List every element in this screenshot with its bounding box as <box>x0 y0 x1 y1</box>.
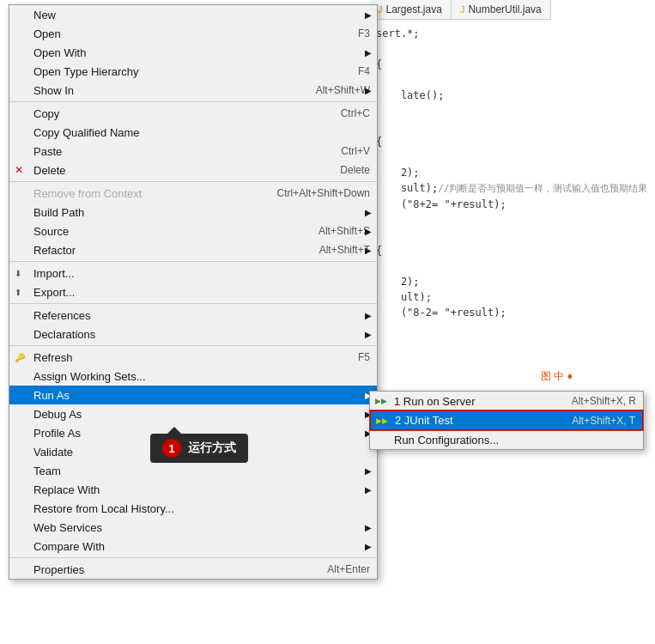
menu-item-run-as[interactable]: Run As ▶ <box>9 386 377 404</box>
key-icon: 🔑 <box>15 353 25 362</box>
menu-item-declarations[interactable]: Declarations ▶ <box>9 325 377 343</box>
code-line-14 <box>376 228 648 243</box>
menu-shortcut-open-type-hierarchy: F4 <box>358 65 370 77</box>
menu-label-open: Open <box>33 27 341 40</box>
menu-item-remove-from-context: Remove from Context Ctrl+Alt+Shift+Down <box>9 184 377 203</box>
code-line-18: ult); <box>376 289 648 305</box>
menu-item-refresh[interactable]: 🔑 Refresh F5 <box>9 348 377 367</box>
tab-numberutil-label: NumberUtil.java <box>468 3 541 15</box>
menu-label-replace-with: Replace With <box>33 483 370 496</box>
code-line-9 <box>376 149 648 165</box>
code-line-13 <box>376 212 648 228</box>
menu-item-restore-from-local-history[interactable]: Restore from Local History... <box>9 499 377 518</box>
menu-arrow-open-with: ▶ <box>365 48 372 58</box>
submenu-shortcut-junit-test: Alt+Shift+X, T <box>572 415 635 427</box>
menu-item-new[interactable]: New ▶ <box>9 5 377 24</box>
menu-label-refresh: Refresh <box>33 351 341 364</box>
menu-item-debug-as[interactable]: Debug As ▶ <box>9 404 377 423</box>
tooltip-bubble: 1 运行方式 <box>150 434 248 463</box>
menu-shortcut-remove-from-context: Ctrl+Alt+Shift+Down <box>277 187 370 199</box>
tab-largest-java[interactable]: J Largest.java <box>369 0 452 19</box>
menu-item-import[interactable]: ⬇ Import... <box>9 264 377 283</box>
menu-label-paste: Paste <box>33 145 324 158</box>
menu-label-export: Export... <box>33 286 370 299</box>
submenu-label-run-configurations: Run Configurations... <box>394 434 636 447</box>
menu-arrow-web-services: ▶ <box>365 523 372 532</box>
menu-label-assign-working-sets: Assign Working Sets... <box>33 370 370 383</box>
menu-item-open[interactable]: Open F3 <box>9 24 377 43</box>
menu-item-copy-qualified-name[interactable]: Copy Qualified Name <box>9 123 377 142</box>
code-line-20 <box>376 320 648 336</box>
delete-icon: ✕ <box>15 164 23 176</box>
menu-item-compare-with[interactable]: Compare With ▶ <box>9 537 377 556</box>
menu-shortcut-properties: Alt+Enter <box>327 563 370 575</box>
code-line-8: { <box>376 134 648 149</box>
separator-3 <box>9 261 377 262</box>
menu-arrow-refactor: ▶ <box>365 246 372 255</box>
menu-arrow-declarations: ▶ <box>365 330 372 339</box>
java-file-icon-2: J <box>460 4 465 15</box>
menu-item-paste[interactable]: Paste Ctrl+V <box>9 142 377 161</box>
code-line-17: 2); <box>376 274 648 289</box>
menu-item-references[interactable]: References ▶ <box>9 306 377 325</box>
editor-tabs: J Largest.java J NumberUtil.java <box>369 0 551 20</box>
code-line-2 <box>376 41 648 57</box>
menu-label-compare-with: Compare With <box>33 540 370 553</box>
step-badge: 1 <box>162 439 181 458</box>
menu-item-open-type-hierarchy[interactable]: Open Type Hierarchy F4 <box>9 62 377 81</box>
menu-item-open-with[interactable]: Open With ▶ <box>9 43 377 62</box>
code-line-11: sult);//判断是否与预期值一样，测试输入值也预期结果 <box>376 180 648 197</box>
menu-shortcut-source: Alt+Shift+S <box>318 225 370 237</box>
menu-label-delete: Delete <box>33 164 323 177</box>
menu-shortcut-refresh: F5 <box>358 351 370 363</box>
code-line-1: sert.*; <box>376 26 648 41</box>
menu-shortcut-open: F3 <box>358 27 370 39</box>
menu-item-replace-with[interactable]: Replace With ▶ <box>9 480 377 499</box>
menu-shortcut-show-in: Alt+Shift+W <box>316 84 370 96</box>
code-line-19: ("8-2= "+result); <box>376 305 648 320</box>
menu-item-export[interactable]: ⬆ Export... <box>9 283 377 301</box>
menu-shortcut-delete: Delete <box>340 164 370 176</box>
menu-item-show-in[interactable]: Show In Alt+Shift+W ▶ <box>9 81 377 100</box>
submenu-label-run-on-server: 1 Run on Server <box>394 395 555 408</box>
submenu-item-run-configurations[interactable]: Run Configurations... <box>370 430 643 449</box>
run-as-submenu[interactable]: ▶▶ 1 Run on Server Alt+Shift+X, R ▶▶ 2 J… <box>369 391 644 450</box>
menu-item-delete[interactable]: ✕ Delete Delete <box>9 161 377 179</box>
menu-label-declarations: Declarations <box>33 328 370 341</box>
menu-label-debug-as: Debug As <box>33 408 370 421</box>
menu-label-web-services: Web Services <box>33 521 370 534</box>
menu-arrow-team: ▶ <box>365 466 372 476</box>
code-editor[interactable]: sert.*; { late(); { 2); sult);//判断是否与预期值… <box>369 21 655 644</box>
menu-item-copy[interactable]: Copy Ctrl+C <box>9 104 377 123</box>
menu-item-assign-working-sets[interactable]: Assign Working Sets... <box>9 367 377 386</box>
tab-numberutil-java[interactable]: J NumberUtil.java <box>452 0 551 19</box>
code-line-4 <box>376 72 648 88</box>
separator-6 <box>9 557 377 558</box>
menu-label-show-in: Show In <box>33 84 299 97</box>
menu-label-open-with: Open With <box>33 46 370 59</box>
context-menu[interactable]: New ▶ Open F3 Open With ▶ Open Type Hier… <box>9 4 378 580</box>
submenu-item-run-on-server[interactable]: ▶▶ 1 Run on Server Alt+Shift+X, R <box>370 392 643 410</box>
menu-item-source[interactable]: Source Alt+Shift+S ▶ <box>9 222 377 240</box>
separator-5 <box>9 345 377 346</box>
menu-item-refactor[interactable]: Refactor Alt+Shift+T ▶ <box>9 240 377 259</box>
menu-arrow-source: ▶ <box>365 227 372 236</box>
junit-test-icon: ▶▶ <box>376 416 388 425</box>
java-file-icon: J <box>378 4 383 15</box>
submenu-item-junit-test[interactable]: ▶▶ 2 JUnit Test Alt+Shift+X, T <box>370 410 643 430</box>
menu-label-team: Team <box>33 465 370 477</box>
code-line-3: { <box>376 57 648 72</box>
menu-item-build-path[interactable]: Build Path ▶ <box>9 203 377 222</box>
editor-status-icons: 图 中 ♦ <box>541 369 573 384</box>
import-icon: ⬇ <box>15 269 21 278</box>
menu-item-team[interactable]: Team ▶ <box>9 461 377 480</box>
menu-item-web-services[interactable]: Web Services ▶ <box>9 518 377 537</box>
menu-label-properties: Properties <box>33 563 310 576</box>
code-line-12: ("8+2= "+result); <box>376 197 648 212</box>
run-on-server-icon: ▶▶ <box>375 397 387 405</box>
code-line-6 <box>376 103 648 118</box>
code-line-15: { <box>376 243 648 258</box>
export-icon: ⬆ <box>15 288 21 297</box>
menu-item-properties[interactable]: Properties Alt+Enter <box>9 560 377 579</box>
menu-label-import: Import... <box>33 267 370 280</box>
